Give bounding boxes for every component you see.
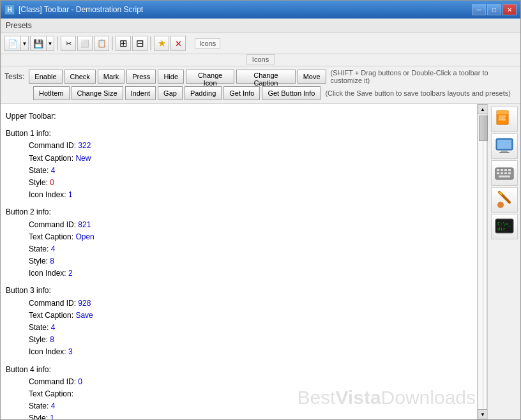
check-button[interactable]: Check <box>64 70 96 84</box>
svg-rect-3 <box>499 117 505 119</box>
press-button[interactable]: Press <box>126 70 156 84</box>
tests-label: Tests: <box>4 72 24 81</box>
svg-text:dir: dir <box>497 227 506 232</box>
window-icon: H <box>4 4 15 15</box>
svg-rect-10 <box>497 169 499 171</box>
b4-text-caption: Text Caption: <box>29 388 472 400</box>
svg-text:C:\>_: C:\>_ <box>497 221 511 227</box>
svg-rect-4 <box>499 119 506 121</box>
b2-state: State: 4 <box>29 243 472 255</box>
mark-button[interactable]: Mark <box>98 70 125 84</box>
copy-button[interactable]: ⬜ <box>77 36 93 51</box>
get-button-info-button[interactable]: Get Button Info <box>262 86 321 100</box>
new-split-button[interactable]: 📄 ▼ <box>4 36 29 51</box>
move-button[interactable]: Move <box>298 70 326 84</box>
tests-row-2: HotItem Change Size Indent Gap Padding G… <box>4 86 517 100</box>
change-caption-button[interactable]: Change Caption <box>236 70 295 84</box>
button3-fields: Command ID: 928 Text Caption: Save State… <box>29 297 472 359</box>
sidebar-icon-4[interactable] <box>491 187 518 213</box>
sidebar-icon-4-svg <box>494 190 515 210</box>
svg-rect-14 <box>497 172 499 174</box>
delete-icon: ✕ <box>175 39 182 49</box>
save-arrow[interactable]: ▼ <box>47 36 54 51</box>
change-icon-button[interactable]: Change Icon <box>186 70 234 84</box>
star-icon: ★ <box>158 38 166 49</box>
enable-button[interactable]: Enable <box>29 70 62 84</box>
separator-3 <box>150 36 151 50</box>
save-split-button[interactable]: 💾 ▼ <box>30 36 54 51</box>
grid2-button[interactable]: ⊟ <box>132 36 147 51</box>
b2-text-caption: Text Caption: Open <box>29 231 472 243</box>
b3-icon-index: Icon Index: 3 <box>29 346 472 358</box>
sidebar-icon-5[interactable]: C:\>_ dir <box>491 214 518 239</box>
svg-rect-2 <box>499 116 506 117</box>
star-button[interactable]: ★ <box>154 36 169 51</box>
button4-header: Button 4 info: <box>6 364 472 376</box>
sidebar-icon-3-svg <box>494 163 515 183</box>
copy-icon: ⬜ <box>80 40 89 48</box>
scroll-thumb[interactable] <box>479 116 488 141</box>
svg-rect-18 <box>499 176 510 177</box>
change-size-button[interactable]: Change Size <box>72 86 123 100</box>
svg-rect-1 <box>497 110 508 114</box>
main-content[interactable]: Upper Toolbar: Button 1 info: Command ID… <box>1 104 477 419</box>
sidebar-icon-5-svg: C:\>_ dir <box>494 216 515 237</box>
hotitem-button[interactable]: HotItem <box>33 86 70 100</box>
b4-state: State: 4 <box>29 400 472 412</box>
svg-point-20 <box>497 202 504 208</box>
sidebar-icon-2-svg <box>494 136 515 156</box>
button1-fields: Command ID: 322 Text Caption: New State:… <box>29 140 472 201</box>
scroll-down-button[interactable]: ▼ <box>478 409 488 419</box>
maximize-button[interactable]: □ <box>487 4 501 15</box>
row2-hint: (Click the Save button to save toolbars … <box>325 89 510 97</box>
title-buttons: ─ □ ✕ <box>472 4 517 15</box>
b4-command-id: Command ID: 0 <box>29 376 472 388</box>
svg-rect-7 <box>501 151 508 152</box>
close-button[interactable]: ✕ <box>502 4 517 15</box>
grid2-icon: ⊟ <box>136 38 144 49</box>
new-arrow[interactable]: ▼ <box>21 36 29 51</box>
save-main[interactable]: 💾 <box>30 36 47 51</box>
scroll-up-button[interactable]: ▲ <box>478 104 488 114</box>
b4-style: Style: 1 <box>29 412 472 419</box>
toolbar-area: 📄 ▼ 💾 ▼ ✂ ⬜ 📋 ⊞ ⊟ ★ <box>1 33 520 54</box>
sidebar-icon-1[interactable] <box>491 107 518 132</box>
b2-style: Style: 8 <box>29 255 472 267</box>
paste-icon: 📋 <box>97 39 107 48</box>
svg-rect-17 <box>508 172 511 174</box>
cut-icon: ✂ <box>66 40 72 48</box>
sidebar-icon-3[interactable] <box>491 160 518 186</box>
sidebar-icon-2[interactable] <box>491 133 518 159</box>
tests-area: Tests: Enable Check Mark Press Hide Chan… <box>1 66 520 104</box>
b2-command-id: Command ID: 821 <box>29 219 472 231</box>
b3-command-id: Command ID: 928 <box>29 297 472 310</box>
content-area: Upper Toolbar: Button 1 info: Command ID… <box>1 104 520 419</box>
gap-button[interactable]: Gap <box>158 86 183 100</box>
paste-button[interactable]: 📋 <box>94 36 109 51</box>
indent-button[interactable]: Indent <box>125 86 156 100</box>
svg-rect-15 <box>501 172 503 174</box>
scroll-track[interactable] <box>478 114 487 409</box>
separator-2 <box>112 36 113 50</box>
svg-rect-6 <box>497 140 511 149</box>
window-title: [Class] Toolbar - Demostration Script <box>19 5 143 14</box>
hide-button[interactable]: Hide <box>158 70 184 84</box>
cut-button[interactable]: ✂ <box>61 36 76 51</box>
tests-row-1: Tests: Enable Check Mark Press Hide Chan… <box>4 69 517 84</box>
scrollbar[interactable]: ▲ ▼ <box>477 104 487 419</box>
b1-text-caption: Text Caption: New <box>29 153 472 165</box>
get-info-button[interactable]: Get Info <box>223 86 260 100</box>
sidebar: C:\>_ dir <box>487 104 520 419</box>
new-main[interactable]: 📄 <box>4 36 21 51</box>
separator-1 <box>57 36 58 50</box>
button1-header: Button 1 info: <box>6 128 472 140</box>
grid1-button[interactable]: ⊞ <box>116 36 131 51</box>
presets-bar: Presets <box>1 19 520 33</box>
delete-button[interactable]: ✕ <box>170 36 186 51</box>
b3-style: Style: 8 <box>29 334 472 346</box>
button2-header: Button 2 info: <box>6 206 472 218</box>
padding-button[interactable]: Padding <box>185 86 222 100</box>
icons-sublabel: Icons <box>246 54 275 64</box>
minimize-button[interactable]: ─ <box>472 4 486 15</box>
row1-hint: (SHIFT + Drag buttons or Double-Click a … <box>331 69 517 84</box>
